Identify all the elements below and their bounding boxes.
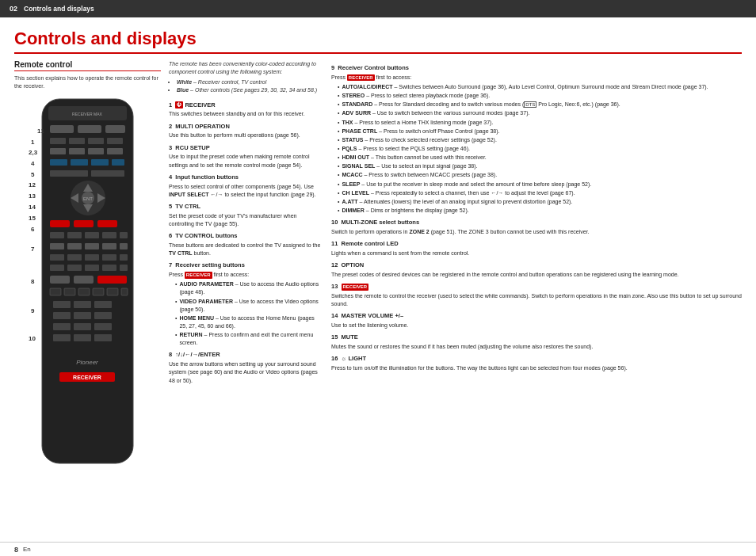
italic-note: The remote has been conveniently color-c… <box>169 60 323 95</box>
page-title: Controls and displays <box>14 29 742 54</box>
svg-rect-48 <box>102 265 116 271</box>
svg-rect-49 <box>120 265 128 271</box>
three-column-layout: Remote control This section explains how… <box>14 60 742 526</box>
svg-rect-37 <box>85 243 99 249</box>
svg-rect-61 <box>94 301 112 308</box>
svg-text:4: 4 <box>31 160 35 167</box>
svg-rect-60 <box>74 301 91 308</box>
main-content: Controls and displays Remote control Thi… <box>0 17 756 542</box>
color-note-white: White – Receiver control, TV control <box>177 78 323 86</box>
svg-rect-7 <box>69 138 85 144</box>
item-5: 5 TV CTRL Set the preset code of your TV… <box>169 203 323 228</box>
svg-rect-59 <box>53 301 71 308</box>
svg-rect-42 <box>85 254 99 261</box>
chapter-number: 02 <box>10 5 17 13</box>
top-bar: 02 Controls and displays <box>0 0 756 17</box>
svg-rect-34 <box>120 232 128 238</box>
remote-image-wrapper: RECEIVER MAX <box>26 95 149 477</box>
item-16: 16 ☼ LIGHT Press to turn on/off the illu… <box>331 355 742 372</box>
svg-rect-65 <box>53 323 71 330</box>
item-3: 3 RCU SETUP Use to input the preset code… <box>169 144 323 169</box>
item-6: 6 TV CONTROL buttons These buttons are d… <box>169 232 323 257</box>
svg-rect-15 <box>71 159 88 166</box>
svg-rect-58 <box>121 288 128 295</box>
svg-rect-63 <box>74 312 91 319</box>
svg-rect-14 <box>50 159 67 166</box>
svg-rect-36 <box>67 243 82 249</box>
svg-rect-18 <box>50 170 88 177</box>
svg-rect-39 <box>120 243 128 249</box>
item-9-bullets: •AUTO/ALC/DIRECT – Switches between Auto… <box>338 83 742 215</box>
svg-text:5: 5 <box>31 171 35 178</box>
svg-rect-31 <box>67 232 82 238</box>
svg-rect-33 <box>102 232 116 238</box>
svg-rect-5 <box>105 125 125 133</box>
svg-rect-41 <box>67 254 82 261</box>
bottom-bar: 8 En <box>0 542 756 556</box>
right-column: 9 Receiver Control buttons Press RECEIVE… <box>331 60 742 526</box>
item-11: 11 Remote control LED Lights when a comm… <box>331 240 742 257</box>
svg-rect-57 <box>107 288 118 295</box>
svg-text:RECEIVER: RECEIVER <box>73 375 101 380</box>
items-1-8: 1 ⏻ RECEIVER This switches between stand… <box>169 101 323 385</box>
svg-text:6: 6 <box>31 226 35 233</box>
item-13: 13 RECEIVER Switches the remote to contr… <box>331 283 742 308</box>
svg-rect-19 <box>91 170 124 177</box>
svg-rect-70 <box>94 334 112 341</box>
svg-rect-35 <box>50 243 64 249</box>
svg-rect-50 <box>50 276 70 284</box>
section-heading-remote: Remote control <box>14 60 161 71</box>
item-7-bullets: •AUDIO PARAMETER – Use to access the Aud… <box>175 280 323 347</box>
svg-rect-27 <box>50 220 70 227</box>
item-7: 7 Receiver setting buttons Press RECEIVE… <box>169 261 323 347</box>
page-number: 8 <box>14 546 18 554</box>
svg-rect-29 <box>97 220 117 227</box>
svg-text:11: 11 <box>37 128 44 135</box>
svg-text:1: 1 <box>31 139 35 146</box>
svg-text:9: 9 <box>31 307 35 314</box>
middle-column: The remote has been conveniently color-c… <box>169 60 323 526</box>
item-2: 2 MULTI OPERATION Use this button to per… <box>169 123 323 140</box>
svg-rect-46 <box>67 265 82 271</box>
svg-rect-56 <box>93 288 104 295</box>
item-15: 15 MUTE Mutes the sound or restores the … <box>331 333 742 351</box>
page-container: 02 Controls and displays Controls and di… <box>0 0 756 556</box>
svg-rect-10 <box>50 148 66 154</box>
svg-rect-4 <box>78 125 101 133</box>
color-note-blue: Blue – Other controls (See pages 29, 30,… <box>177 86 323 94</box>
svg-rect-54 <box>64 288 75 295</box>
svg-text:14: 14 <box>29 204 36 211</box>
svg-rect-64 <box>94 312 112 319</box>
svg-text:ENT: ENT <box>83 196 93 201</box>
item-9: 9 Receiver Control buttons Press RECEIVE… <box>331 64 742 215</box>
svg-rect-43 <box>102 254 116 261</box>
item-1: 1 ⏻ RECEIVER This switches between stand… <box>169 101 323 119</box>
svg-rect-28 <box>74 220 94 227</box>
svg-rect-47 <box>85 265 99 271</box>
svg-rect-66 <box>74 323 91 330</box>
svg-rect-11 <box>69 148 85 154</box>
svg-text:12: 12 <box>29 181 36 189</box>
svg-rect-53 <box>50 288 61 295</box>
svg-rect-8 <box>88 138 104 144</box>
svg-text:15: 15 <box>29 215 36 222</box>
svg-text:10: 10 <box>29 335 36 342</box>
svg-rect-16 <box>91 159 109 166</box>
item-9-heading: 9 Receiver Control buttons <box>331 64 742 73</box>
svg-rect-30 <box>50 232 64 238</box>
svg-rect-17 <box>112 159 124 166</box>
svg-rect-67 <box>94 323 112 330</box>
svg-rect-51 <box>74 276 94 284</box>
svg-rect-45 <box>50 265 64 271</box>
item-8: 8 ↑/↓/←/→/ENTER Use the arrow buttons wh… <box>169 351 323 384</box>
svg-rect-69 <box>74 334 91 341</box>
svg-text:7: 7 <box>31 246 35 253</box>
item-14: 14 MASTER VOLUME +/– Use to set the list… <box>331 312 742 329</box>
svg-rect-3 <box>50 125 74 133</box>
svg-text:8: 8 <box>31 278 35 285</box>
remote-svg: RECEIVER MAX <box>26 95 149 475</box>
item-4: 4 Input function buttons Press to select… <box>169 173 323 199</box>
svg-rect-68 <box>53 334 71 341</box>
items-9-16: 9 Receiver Control buttons Press RECEIVE… <box>331 64 742 372</box>
svg-rect-12 <box>88 148 104 154</box>
